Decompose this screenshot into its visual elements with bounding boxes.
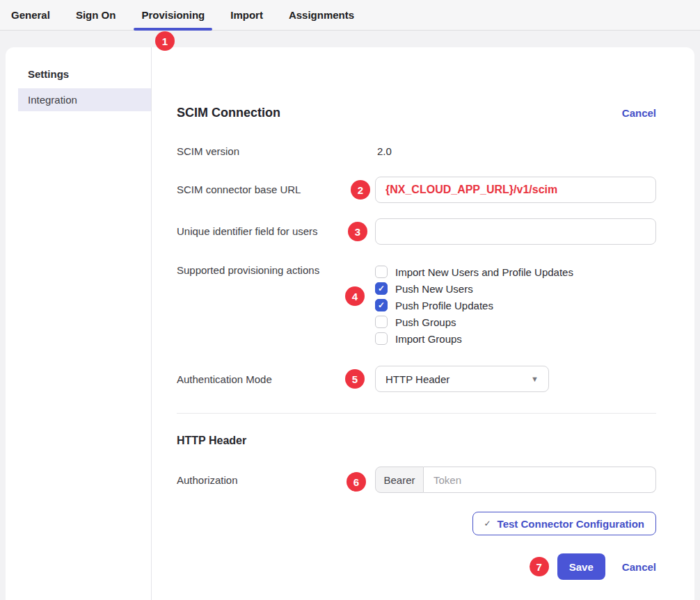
provisioning-actions-list: ✓ Import New Users and Profile Updates ✓… <box>375 263 656 347</box>
base-url-input[interactable] <box>375 177 656 203</box>
bearer-prefix: Bearer <box>375 467 424 493</box>
scim-version-row: SCIM version 2.0 <box>177 145 656 157</box>
tab-general[interactable]: General <box>3 0 58 30</box>
checkbox-label: Push Profile Updates <box>395 300 493 311</box>
annotation-badge-2: 2 <box>351 180 370 200</box>
cancel-link-bottom[interactable]: Cancel <box>622 561 656 573</box>
app-tab-bar: General Sign On Provisioning Import Assi… <box>0 0 700 31</box>
base-url-label: SCIM connector base URL <box>177 184 375 197</box>
tab-sign-on[interactable]: Sign On <box>68 0 124 30</box>
checkbox-label: Import Groups <box>395 333 462 345</box>
provisioning-actions-row: Supported provisioning actions 4 ✓ Impor… <box>177 263 656 347</box>
checkbox-label: Push Groups <box>395 316 456 328</box>
scim-version-label: SCIM version <box>177 145 375 157</box>
chevron-down-icon: ▼ <box>531 375 539 383</box>
cancel-link-top[interactable]: Cancel <box>622 107 656 119</box>
sidebar-heading: Settings <box>28 68 151 80</box>
tab-import[interactable]: Import <box>223 0 271 30</box>
unique-identifier-row: Unique identifier field for users 3 <box>177 218 656 245</box>
scim-version-value: 2.0 <box>375 145 392 157</box>
checkbox-icon[interactable]: ✓ <box>375 316 388 328</box>
tab-provisioning[interactable]: Provisioning <box>134 0 212 30</box>
authentication-mode-row: Authentication Mode 5 HTTP Header ▼ <box>177 366 656 392</box>
authentication-mode-value: HTTP Header <box>385 373 450 385</box>
provisioning-card: Settings Integration SCIM Connection Can… <box>6 47 694 600</box>
checkbox-icon[interactable]: ✓ <box>375 299 388 311</box>
checkbox-push-new-users: ✓ Push New Users <box>375 280 656 297</box>
check-icon: ✓ <box>378 284 385 293</box>
checkbox-push-groups: ✓ Push Groups <box>375 314 656 330</box>
sidebar-item-integration[interactable]: Integration <box>18 88 151 111</box>
annotation-badge-5: 5 <box>345 369 365 389</box>
checkbox-icon[interactable]: ✓ <box>375 282 388 295</box>
checkbox-label: Import New Users and Profile Updates <box>395 266 573 278</box>
annotation-badge-4: 4 <box>345 286 365 306</box>
authorization-row: Authorization 6 Bearer <box>177 467 656 493</box>
footer-actions: 7 Save Cancel <box>177 553 656 580</box>
annotation-badge-1: 1 <box>155 31 175 51</box>
annotation-badge-3: 3 <box>348 222 367 241</box>
checkbox-push-profile-updates: ✓ Push Profile Updates <box>375 297 656 314</box>
unique-identifier-input[interactable] <box>375 218 656 245</box>
checkbox-icon[interactable]: ✓ <box>375 266 388 278</box>
authentication-mode-select[interactable]: HTTP Header ▼ <box>375 366 549 392</box>
unique-identifier-label: Unique identifier field for users <box>177 225 375 238</box>
check-icon: ✓ <box>484 519 491 528</box>
checkbox-icon[interactable]: ✓ <box>375 332 388 345</box>
scim-connection-panel: SCIM Connection Cancel SCIM version 2.0 … <box>152 47 694 600</box>
http-header-section-title: HTTP Header <box>177 435 656 447</box>
save-button[interactable]: Save <box>557 553 605 580</box>
checkbox-import-groups: ✓ Import Groups <box>375 330 656 347</box>
token-input[interactable] <box>424 467 656 493</box>
test-connector-label: Test Connector Configuration <box>498 518 644 530</box>
test-connector-button[interactable]: ✓ Test Connector Configuration <box>472 512 656 535</box>
checkbox-import-new-users: ✓ Import New Users and Profile Updates <box>375 263 656 280</box>
annotation-badge-6: 6 <box>347 472 366 492</box>
check-icon: ✓ <box>378 301 385 309</box>
settings-sidebar: Settings Integration <box>6 47 152 600</box>
panel-header: SCIM Connection Cancel <box>177 106 656 120</box>
test-connector-row: ✓ Test Connector Configuration <box>177 512 656 535</box>
checkbox-label: Push New Users <box>395 283 473 295</box>
panel-title: SCIM Connection <box>177 106 280 120</box>
base-url-row: SCIM connector base URL 2 <box>177 177 656 203</box>
tab-assignments[interactable]: Assignments <box>281 0 362 30</box>
section-divider <box>177 413 656 414</box>
authorization-label: Authorization <box>177 474 375 486</box>
provisioning-actions-label: Supported provisioning actions <box>177 263 375 347</box>
annotation-badge-7: 7 <box>530 557 549 576</box>
